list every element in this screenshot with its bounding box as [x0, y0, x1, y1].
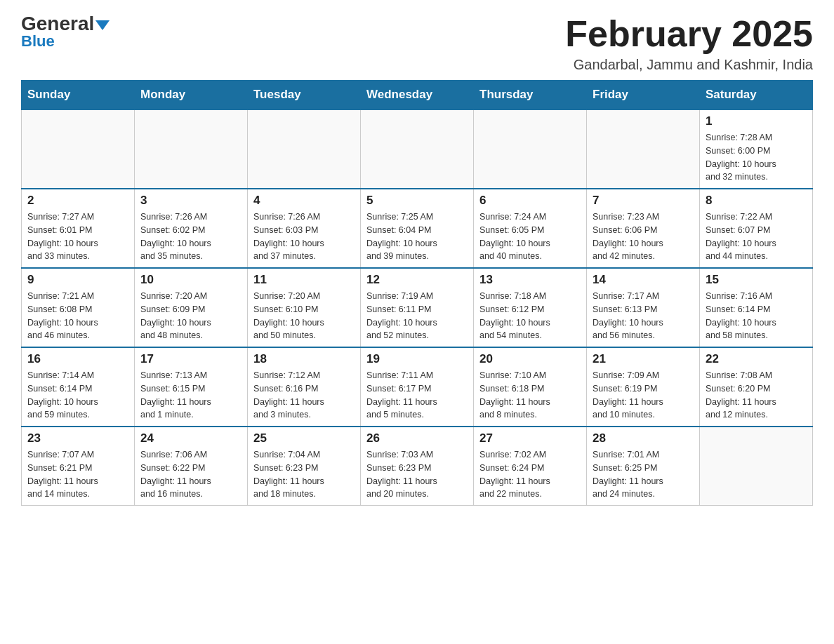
day-number: 26	[366, 431, 468, 445]
day-number: 10	[140, 273, 241, 287]
calendar-cell: 4Sunrise: 7:26 AMSunset: 6:03 PMDaylight…	[248, 189, 361, 268]
calendar-cell: 28Sunrise: 7:01 AMSunset: 6:25 PMDayligh…	[587, 427, 700, 506]
col-header-tuesday: Tuesday	[248, 81, 361, 110]
day-number: 4	[253, 194, 355, 208]
day-info: Sunrise: 7:01 AMSunset: 6:25 PMDaylight:…	[593, 448, 694, 501]
day-info: Sunrise: 7:14 AMSunset: 6:14 PMDaylight:…	[27, 369, 128, 422]
calendar-cell	[700, 427, 813, 506]
day-number: 15	[706, 273, 807, 287]
day-number: 9	[27, 273, 128, 287]
day-info: Sunrise: 7:16 AMSunset: 6:14 PMDaylight:…	[706, 290, 807, 342]
calendar-cell: 2Sunrise: 7:27 AMSunset: 6:01 PMDaylight…	[22, 189, 135, 268]
calendar-cell: 14Sunrise: 7:17 AMSunset: 6:13 PMDayligh…	[587, 268, 700, 347]
calendar-week-row: 2Sunrise: 7:27 AMSunset: 6:01 PMDaylight…	[22, 189, 813, 268]
calendar-cell	[361, 109, 474, 189]
col-header-friday: Friday	[587, 81, 700, 110]
calendar-cell: 9Sunrise: 7:21 AMSunset: 6:08 PMDaylight…	[22, 268, 135, 347]
day-info: Sunrise: 7:28 AMSunset: 6:00 PMDaylight:…	[706, 131, 807, 184]
day-info: Sunrise: 7:06 AMSunset: 6:22 PMDaylight:…	[140, 448, 241, 501]
day-number: 25	[253, 431, 355, 445]
col-header-sunday: Sunday	[22, 81, 135, 110]
day-info: Sunrise: 7:24 AMSunset: 6:05 PMDaylight:…	[479, 210, 581, 263]
col-header-wednesday: Wednesday	[361, 81, 474, 110]
day-info: Sunrise: 7:20 AMSunset: 6:10 PMDaylight:…	[253, 290, 355, 342]
calendar-cell: 27Sunrise: 7:02 AMSunset: 6:24 PMDayligh…	[474, 427, 587, 506]
calendar-cell: 24Sunrise: 7:06 AMSunset: 6:22 PMDayligh…	[135, 427, 248, 506]
day-info: Sunrise: 7:23 AMSunset: 6:06 PMDaylight:…	[593, 210, 694, 263]
day-number: 22	[706, 352, 807, 366]
calendar-table: SundayMondayTuesdayWednesdayThursdayFrid…	[21, 80, 813, 506]
day-info: Sunrise: 7:18 AMSunset: 6:12 PMDaylight:…	[479, 290, 581, 342]
calendar-cell: 3Sunrise: 7:26 AMSunset: 6:02 PMDaylight…	[135, 189, 248, 268]
day-info: Sunrise: 7:26 AMSunset: 6:03 PMDaylight:…	[253, 210, 355, 263]
calendar-cell: 25Sunrise: 7:04 AMSunset: 6:23 PMDayligh…	[248, 427, 361, 506]
day-info: Sunrise: 7:21 AMSunset: 6:08 PMDaylight:…	[27, 290, 128, 342]
logo: General Blue	[21, 14, 110, 51]
calendar-cell: 18Sunrise: 7:12 AMSunset: 6:16 PMDayligh…	[248, 347, 361, 427]
calendar-cell: 15Sunrise: 7:16 AMSunset: 6:14 PMDayligh…	[700, 268, 813, 347]
day-number: 21	[593, 352, 694, 366]
day-info: Sunrise: 7:11 AMSunset: 6:17 PMDaylight:…	[366, 369, 468, 422]
day-info: Sunrise: 7:02 AMSunset: 6:24 PMDaylight:…	[479, 448, 581, 501]
calendar-cell	[135, 109, 248, 189]
calendar-cell: 5Sunrise: 7:25 AMSunset: 6:04 PMDaylight…	[361, 189, 474, 268]
day-number: 11	[253, 273, 355, 287]
calendar-cell	[587, 109, 700, 189]
day-info: Sunrise: 7:25 AMSunset: 6:04 PMDaylight:…	[366, 210, 468, 263]
day-number: 12	[366, 273, 468, 287]
day-info: Sunrise: 7:12 AMSunset: 6:16 PMDaylight:…	[253, 369, 355, 422]
logo-blue: Blue	[21, 32, 55, 51]
day-info: Sunrise: 7:22 AMSunset: 6:07 PMDaylight:…	[706, 210, 807, 263]
day-number: 16	[27, 352, 128, 366]
day-info: Sunrise: 7:17 AMSunset: 6:13 PMDaylight:…	[593, 290, 694, 342]
day-number: 2	[27, 194, 128, 208]
calendar-cell: 13Sunrise: 7:18 AMSunset: 6:12 PMDayligh…	[474, 268, 587, 347]
day-info: Sunrise: 7:27 AMSunset: 6:01 PMDaylight:…	[27, 210, 128, 263]
day-number: 19	[366, 352, 468, 366]
day-info: Sunrise: 7:19 AMSunset: 6:11 PMDaylight:…	[366, 290, 468, 342]
day-number: 18	[253, 352, 355, 366]
day-number: 17	[140, 352, 241, 366]
calendar-cell: 20Sunrise: 7:10 AMSunset: 6:18 PMDayligh…	[474, 347, 587, 427]
calendar-cell: 23Sunrise: 7:07 AMSunset: 6:21 PMDayligh…	[22, 427, 135, 506]
day-number: 20	[479, 352, 581, 366]
calendar-cell: 10Sunrise: 7:20 AMSunset: 6:09 PMDayligh…	[135, 268, 248, 347]
calendar-cell: 11Sunrise: 7:20 AMSunset: 6:10 PMDayligh…	[248, 268, 361, 347]
calendar-week-row: 9Sunrise: 7:21 AMSunset: 6:08 PMDaylight…	[22, 268, 813, 347]
calendar-cell	[22, 109, 135, 189]
day-number: 7	[593, 194, 694, 208]
day-number: 1	[706, 114, 807, 128]
calendar-cell: 17Sunrise: 7:13 AMSunset: 6:15 PMDayligh…	[135, 347, 248, 427]
calendar-cell: 12Sunrise: 7:19 AMSunset: 6:11 PMDayligh…	[361, 268, 474, 347]
col-header-monday: Monday	[135, 81, 248, 110]
calendar-cell: 8Sunrise: 7:22 AMSunset: 6:07 PMDaylight…	[700, 189, 813, 268]
day-info: Sunrise: 7:04 AMSunset: 6:23 PMDaylight:…	[253, 448, 355, 501]
day-info: Sunrise: 7:03 AMSunset: 6:23 PMDaylight:…	[366, 448, 468, 501]
calendar-cell	[248, 109, 361, 189]
day-number: 8	[706, 194, 807, 208]
calendar-week-row: 23Sunrise: 7:07 AMSunset: 6:21 PMDayligh…	[22, 427, 813, 506]
day-info: Sunrise: 7:09 AMSunset: 6:19 PMDaylight:…	[593, 369, 694, 422]
day-number: 13	[479, 273, 581, 287]
calendar-cell: 16Sunrise: 7:14 AMSunset: 6:14 PMDayligh…	[22, 347, 135, 427]
calendar-cell: 1Sunrise: 7:28 AMSunset: 6:00 PMDaylight…	[700, 109, 813, 189]
day-number: 14	[593, 273, 694, 287]
day-number: 5	[366, 194, 468, 208]
calendar-cell: 7Sunrise: 7:23 AMSunset: 6:06 PMDaylight…	[587, 189, 700, 268]
calendar-week-row: 1Sunrise: 7:28 AMSunset: 6:00 PMDaylight…	[22, 109, 813, 189]
calendar-cell: 6Sunrise: 7:24 AMSunset: 6:05 PMDaylight…	[474, 189, 587, 268]
day-number: 6	[479, 194, 581, 208]
logo-triangle-icon	[95, 20, 110, 30]
day-info: Sunrise: 7:07 AMSunset: 6:21 PMDaylight:…	[27, 448, 128, 501]
day-info: Sunrise: 7:13 AMSunset: 6:15 PMDaylight:…	[140, 369, 241, 422]
calendar-cell: 21Sunrise: 7:09 AMSunset: 6:19 PMDayligh…	[587, 347, 700, 427]
calendar-cell	[474, 109, 587, 189]
day-info: Sunrise: 7:26 AMSunset: 6:02 PMDaylight:…	[140, 210, 241, 263]
day-number: 3	[140, 194, 241, 208]
calendar-header-row: SundayMondayTuesdayWednesdayThursdayFrid…	[22, 81, 813, 110]
day-number: 28	[593, 431, 694, 445]
month-title: February 2025	[565, 14, 813, 54]
day-number: 27	[479, 431, 581, 445]
title-block: February 2025 Gandarbal, Jammu and Kashm…	[565, 14, 813, 73]
day-number: 24	[140, 431, 241, 445]
